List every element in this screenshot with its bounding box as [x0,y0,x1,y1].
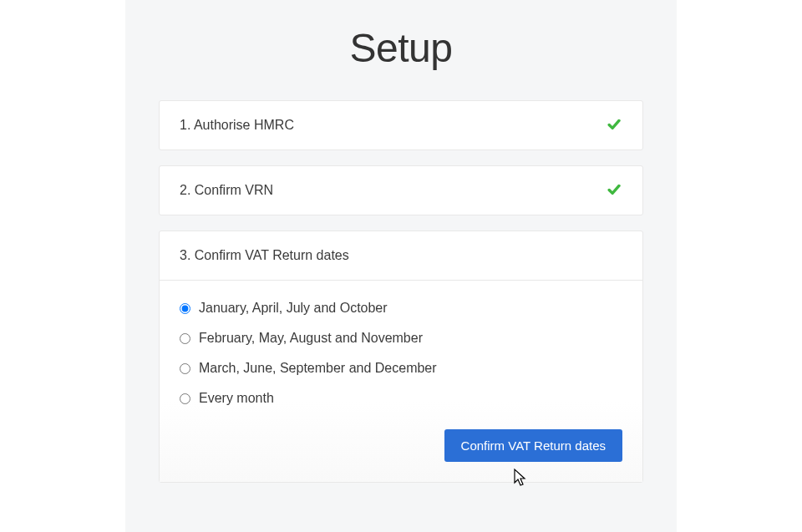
radio-option-feb-may-aug-nov[interactable]: February, May, August and November [180,331,622,346]
step-header: 3. Confirm VAT Return dates [160,231,642,281]
check-icon [607,183,622,198]
radio-label: Every month [199,391,274,406]
radio-option-every-month[interactable]: Every month [180,391,622,406]
step-title: 2. Confirm VRN [180,183,273,198]
page-title: Setup [159,25,643,71]
step-authorise-hmrc[interactable]: 1. Authorise HMRC [159,100,643,150]
radio-label: February, May, August and November [199,331,423,346]
radio-option-mar-jun-sep-dec[interactable]: March, June, September and December [180,361,622,376]
radio-label: March, June, September and December [199,361,437,376]
button-row: Confirm VAT Return dates [180,429,622,462]
step-confirm-vat-dates: 3. Confirm VAT Return dates January, Apr… [159,231,643,483]
step-title: 1. Authorise HMRC [180,118,294,133]
radio-input[interactable] [180,393,190,404]
setup-page: Setup 1. Authorise HMRC 2. Confirm VRN 3… [125,0,677,532]
radio-option-jan-apr-jul-oct[interactable]: January, April, July and October [180,301,622,316]
radio-label: January, April, July and October [199,301,388,316]
check-icon [607,118,622,133]
radio-input[interactable] [180,303,190,314]
step-title: 3. Confirm VAT Return dates [180,248,349,262]
radio-input[interactable] [180,333,190,344]
confirm-vat-dates-button[interactable]: Confirm VAT Return dates [444,429,622,462]
step-body: January, April, July and October Februar… [160,281,642,482]
step-confirm-vrn[interactable]: 2. Confirm VRN [159,165,643,215]
radio-input[interactable] [180,363,190,374]
